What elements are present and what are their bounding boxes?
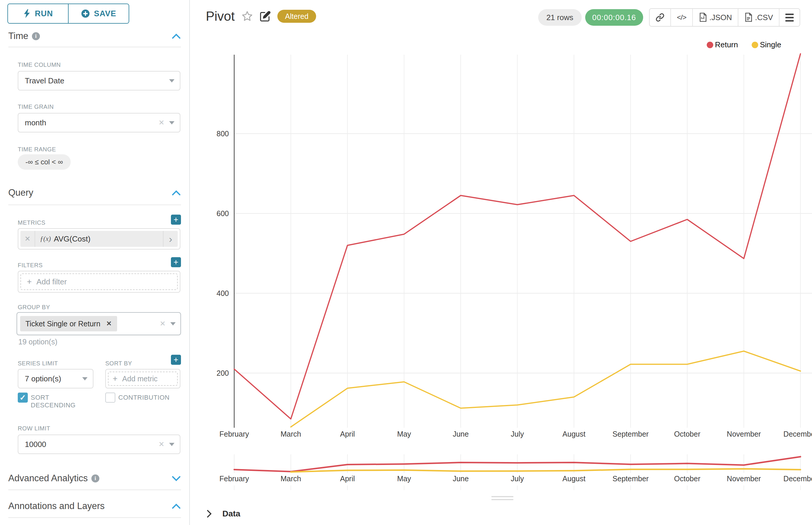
time-range-pill[interactable]: -∞ ≤ col < ∞ bbox=[18, 154, 71, 170]
query-section-header[interactable]: Query bbox=[8, 188, 181, 198]
metric-value-wrap: ƒ(x) AVG(Cost) bbox=[35, 231, 163, 247]
time-grain-select[interactable]: month ✕ bbox=[18, 113, 180, 132]
legend-dot bbox=[752, 42, 758, 48]
advanced-analytics-header[interactable]: Advanced Analytics i bbox=[8, 473, 181, 484]
chart-header-controls: 21 rows 00:00:00.16 </> .JSON .CSV bbox=[538, 8, 800, 27]
group-by-select[interactable]: Ticket Single or Return ✕ ✕ bbox=[17, 312, 181, 335]
query-timer-label: 00:00:00.16 bbox=[592, 13, 636, 22]
svg-text:October: October bbox=[674, 475, 700, 483]
altered-badge[interactable]: Altered bbox=[277, 10, 316, 23]
time-grain-value: month bbox=[25, 118, 159, 127]
series-limit-label: SERIES LIMIT bbox=[18, 360, 58, 367]
svg-text:600: 600 bbox=[217, 209, 229, 217]
contribution-control[interactable]: CONTRIBUTION bbox=[105, 393, 169, 403]
clear-icon[interactable]: ✕ bbox=[159, 440, 164, 448]
query-timer-badge: 00:00:00.16 bbox=[585, 9, 643, 26]
svg-text:June: June bbox=[453, 430, 469, 438]
divider bbox=[8, 517, 181, 518]
row-count-label: 21 rows bbox=[546, 13, 573, 22]
chevron-up-icon[interactable] bbox=[172, 503, 181, 509]
legend-item-return[interactable]: Return bbox=[707, 40, 738, 49]
annotations-title: Annotations and Layers bbox=[8, 501, 105, 511]
svg-text:July: July bbox=[511, 475, 524, 483]
plus-icon: + bbox=[27, 277, 32, 286]
chart-menu-button[interactable] bbox=[779, 9, 800, 26]
time-grain-label: TIME GRAIN bbox=[18, 103, 54, 110]
sort-descending-checkbox[interactable]: ✓ bbox=[18, 393, 28, 403]
row-limit-select[interactable]: 10000 ✕ bbox=[18, 435, 180, 454]
svg-text:February: February bbox=[219, 475, 249, 483]
json-label: .JSON bbox=[709, 13, 732, 22]
query-section-title: Query bbox=[8, 188, 33, 198]
save-label: SAVE bbox=[94, 9, 117, 18]
fx-icon: ƒ(x) bbox=[40, 235, 51, 243]
metrics-control: ✕ ƒ(x) AVG(Cost) › bbox=[18, 228, 180, 250]
add-filter-label: Add filter bbox=[36, 277, 67, 286]
chart-legend: Return Single bbox=[707, 40, 781, 49]
remove-tag-icon[interactable]: ✕ bbox=[106, 320, 112, 328]
row-limit-label: ROW LIMIT bbox=[18, 425, 50, 432]
group-by-label: GROUP BY bbox=[18, 304, 50, 311]
favorite-star-icon[interactable] bbox=[241, 10, 253, 22]
info-icon: i bbox=[91, 475, 99, 482]
info-icon: i bbox=[32, 32, 40, 40]
data-section-title: Data bbox=[222, 509, 240, 519]
export-csv-button[interactable]: .CSV bbox=[738, 9, 779, 26]
series-limit-value: 7 option(s) bbox=[25, 374, 82, 384]
chevron-down-icon bbox=[169, 443, 175, 446]
export-json-button[interactable]: .JSON bbox=[692, 9, 738, 26]
sort-descending-label: SORT DESCENDING bbox=[31, 393, 89, 409]
svg-text:800: 800 bbox=[217, 130, 229, 138]
svg-text:June: June bbox=[453, 475, 469, 483]
time-range-value: -∞ ≤ col < ∞ bbox=[26, 158, 63, 166]
row-count-badge: 21 rows bbox=[538, 9, 582, 26]
view-query-button[interactable]: </> bbox=[670, 9, 692, 26]
svg-text:April: April bbox=[340, 475, 355, 483]
legend-item-single[interactable]: Single bbox=[752, 40, 781, 49]
line-chart-canvas[interactable]: 200400600800FebruaryFebruaryMarchMarchAp… bbox=[190, 0, 812, 502]
time-section-header[interactable]: Time i bbox=[8, 31, 181, 41]
data-section-toggle[interactable]: Data bbox=[206, 509, 240, 519]
group-by-tag[interactable]: Ticket Single or Return ✕ bbox=[20, 316, 117, 331]
divider bbox=[8, 490, 181, 490]
series-limit-select[interactable]: 7 option(s) bbox=[18, 369, 93, 388]
add-sort-metric-plus-button[interactable]: + bbox=[171, 355, 181, 365]
add-filter-button[interactable]: + Add filter bbox=[20, 273, 178, 290]
svg-text:May: May bbox=[397, 475, 411, 483]
svg-text:March: March bbox=[281, 430, 301, 438]
svg-text:March: March bbox=[281, 475, 301, 483]
metrics-label: METRICS bbox=[18, 219, 46, 226]
chevron-down-icon[interactable] bbox=[172, 475, 181, 482]
chevron-up-icon[interactable] bbox=[172, 190, 181, 196]
time-range-label: TIME RANGE bbox=[18, 146, 56, 153]
add-filter-plus-button[interactable]: + bbox=[171, 257, 181, 267]
resize-drag-handle[interactable] bbox=[491, 496, 513, 500]
run-button[interactable]: RUN bbox=[8, 4, 68, 23]
filters-label: FILTERS bbox=[18, 262, 43, 269]
save-button[interactable]: SAVE bbox=[68, 4, 129, 23]
legend-label: Return bbox=[715, 40, 738, 49]
metric-pill[interactable]: ✕ ƒ(x) AVG(Cost) › bbox=[20, 231, 178, 247]
clear-icon[interactable]: ✕ bbox=[159, 119, 164, 127]
edit-pencil-icon[interactable] bbox=[260, 11, 271, 22]
contribution-checkbox[interactable] bbox=[105, 393, 115, 403]
annotations-header[interactable]: Annotations and Layers bbox=[8, 501, 181, 511]
add-sort-metric-button[interactable]: + Add metric bbox=[108, 372, 178, 386]
chevron-up-icon[interactable] bbox=[172, 33, 181, 39]
chart-panel: Pivot Altered 21 rows 00:00:00.16 bbox=[190, 0, 812, 525]
add-metric-plus-button[interactable]: + bbox=[171, 215, 181, 225]
csv-file-icon bbox=[744, 13, 753, 22]
clear-icon[interactable]: ✕ bbox=[160, 319, 166, 328]
sort-descending-control[interactable]: ✓ SORT DESCENDING bbox=[18, 393, 89, 409]
svg-text:May: May bbox=[397, 430, 411, 438]
legend-label: Single bbox=[760, 40, 781, 49]
svg-text:September: September bbox=[612, 430, 649, 438]
time-column-select[interactable]: Travel Date bbox=[18, 71, 180, 90]
explore-view: RUN SAVE Time i TIME COLUMN Travel Date … bbox=[0, 0, 812, 525]
share-link-button[interactable] bbox=[650, 9, 670, 26]
remove-metric-icon[interactable]: ✕ bbox=[20, 231, 35, 247]
csv-label: .CSV bbox=[755, 13, 773, 22]
advanced-analytics-title: Advanced Analytics bbox=[8, 473, 88, 484]
expand-metric-icon[interactable]: › bbox=[163, 231, 178, 247]
time-column-label: TIME COLUMN bbox=[18, 61, 61, 68]
